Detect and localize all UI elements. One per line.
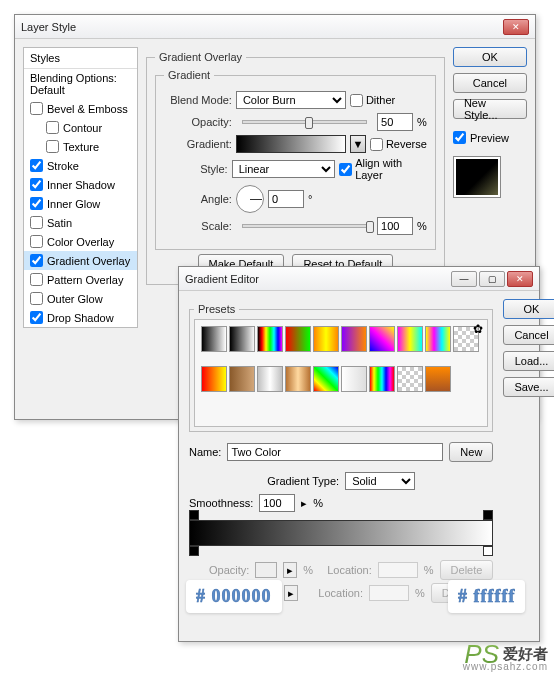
blending-options-default[interactable]: Blending Options: Default [24,69,137,99]
preset-swatch[interactable] [397,326,423,352]
style-select[interactable]: Linear [232,160,335,178]
styles-item-color-overlay[interactable]: Color Overlay [24,232,137,251]
align-label: Align with Layer [355,157,427,181]
gradient-inner-group: Gradient Blend Mode: Color Burn Dither O… [155,69,436,250]
preset-swatch[interactable] [425,326,451,352]
preset-swatch[interactable] [201,326,227,352]
smoothness-input[interactable] [259,494,295,512]
preset-swatch[interactable] [285,366,311,392]
styles-item-contour[interactable]: Contour [24,118,137,137]
smoothness-dd-icon[interactable]: ▸ [301,497,307,510]
styles-checkbox[interactable] [30,235,43,248]
new-button[interactable]: New [449,442,493,462]
styles-checkbox[interactable] [30,292,43,305]
styles-checkbox[interactable] [30,216,43,229]
styles-item-outer-glow[interactable]: Outer Glow [24,289,137,308]
stop-opacity-label: Opacity: [209,564,249,576]
styles-item-bevel-emboss[interactable]: Bevel & Emboss [24,99,137,118]
styles-item-pattern-overlay[interactable]: Pattern Overlay [24,270,137,289]
preset-swatch[interactable] [369,366,395,392]
reverse-label: Reverse [386,138,427,150]
cancel-button[interactable]: Cancel [453,73,527,93]
gradient-dropdown-icon[interactable]: ▼ [350,135,366,153]
name-input[interactable] [227,443,443,461]
gradient-editor-title: Gradient Editor [185,273,451,285]
scale-label: Scale: [164,220,232,232]
blend-mode-select[interactable]: Color Burn [236,91,346,109]
ge-save-button[interactable]: Save... [503,377,554,397]
styles-item-inner-shadow[interactable]: Inner Shadow [24,175,137,194]
opacity-slider[interactable] [242,120,367,124]
chevron-down-icon: ▸ [284,585,298,601]
angle-dial[interactable] [236,185,264,213]
close-icon[interactable]: ✕ [507,271,533,287]
styles-item-texture[interactable]: Texture [24,137,137,156]
ge-cancel-button[interactable]: Cancel [503,325,554,345]
styles-checkbox[interactable] [30,178,43,191]
preset-swatch[interactable] [313,326,339,352]
styles-item-label: Pattern Overlay [47,274,123,286]
preset-swatch[interactable] [257,366,283,392]
gear-icon[interactable]: ✿ [473,322,483,336]
preset-swatch[interactable] [341,366,367,392]
scale-input[interactable] [377,217,413,235]
preset-swatch[interactable] [285,326,311,352]
minimize-icon[interactable]: — [451,271,477,287]
styles-checkbox[interactable] [46,140,59,153]
styles-item-stroke[interactable]: Stroke [24,156,137,175]
preset-swatch[interactable] [341,326,367,352]
layer-style-titlebar[interactable]: Layer Style ✕ [15,15,535,39]
styles-checkbox[interactable] [30,273,43,286]
maximize-icon[interactable]: ▢ [479,271,505,287]
gradient-swatch[interactable] [236,135,346,153]
preset-swatch[interactable] [369,326,395,352]
gradient-overlay-legend: Gradient Overlay [155,51,246,63]
gradient-type-select[interactable]: Solid [345,472,415,490]
color-stop-left[interactable] [189,546,199,556]
styles-checkbox[interactable] [30,159,43,172]
ok-button[interactable]: OK [453,47,527,67]
dither-checkbox[interactable] [350,94,363,107]
opacity-stop-right[interactable] [483,510,493,520]
opacity-stop-left[interactable] [189,510,199,520]
styles-checkbox[interactable] [30,311,43,324]
styles-item-label: Bevel & Emboss [47,103,128,115]
opacity-input[interactable] [377,113,413,131]
styles-item-label: Texture [63,141,99,153]
styles-item-drop-shadow[interactable]: Drop Shadow [24,308,137,327]
preview-checkbox[interactable] [453,131,466,144]
gradient-bar[interactable] [189,520,493,546]
styles-checkbox[interactable] [30,197,43,210]
preset-swatch[interactable] [229,366,255,392]
preset-swatch[interactable] [397,366,423,392]
styles-item-satin[interactable]: Satin [24,213,137,232]
styles-item-label: Color Overlay [47,236,114,248]
align-checkbox[interactable] [339,163,352,176]
gradient-type-label: Gradient Type: [267,475,339,487]
color-stop-right[interactable] [483,546,493,556]
preset-swatch[interactable] [257,326,283,352]
scale-slider[interactable] [242,224,367,228]
stop-location-value [378,562,418,578]
styles-checkbox[interactable] [46,121,59,134]
styles-checkbox[interactable] [30,254,43,267]
preset-swatch[interactable] [201,366,227,392]
preset-swatch[interactable] [425,366,451,392]
styles-item-gradient-overlay[interactable]: Gradient Overlay [24,251,137,270]
reverse-checkbox[interactable] [370,138,383,151]
angle-input[interactable] [268,190,304,208]
styles-item-label: Contour [63,122,102,134]
styles-item-label: Inner Glow [47,198,100,210]
styles-checkbox[interactable] [30,102,43,115]
preset-swatch[interactable] [229,326,255,352]
preview-swatch [453,156,501,198]
gradient-editor-titlebar[interactable]: Gradient Editor — ▢ ✕ [179,267,539,291]
new-style-button[interactable]: New Style... [453,99,527,119]
ge-load-button[interactable]: Load... [503,351,554,371]
stop-location-label: Location: [327,564,372,576]
ge-ok-button[interactable]: OK [503,299,554,319]
preset-swatch[interactable] [313,366,339,392]
styles-header[interactable]: Styles [24,48,137,69]
styles-item-inner-glow[interactable]: Inner Glow [24,194,137,213]
close-icon[interactable]: ✕ [503,19,529,35]
